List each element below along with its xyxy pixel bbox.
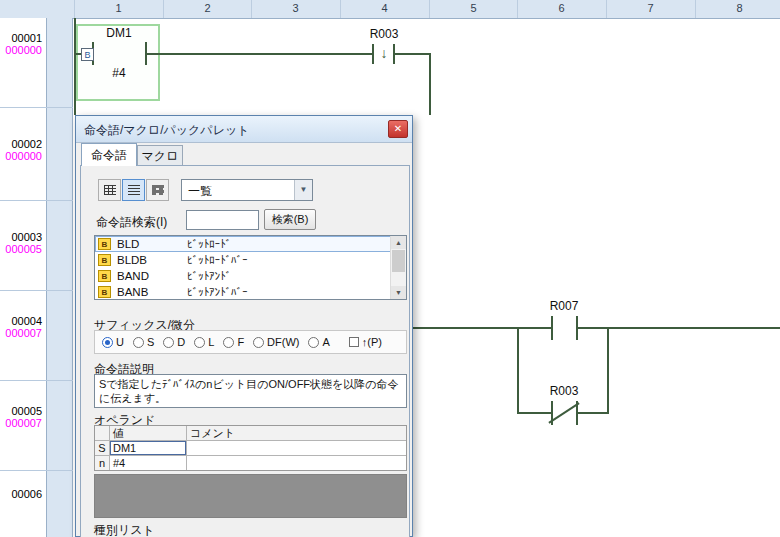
close-icon[interactable]: ✕	[388, 120, 408, 138]
radio-icon	[133, 337, 144, 348]
ruler-col-6: 6	[517, 2, 606, 14]
dialog-title: 命令語/マクロ/パックパレット	[84, 122, 249, 139]
instruction-item-band[interactable]: B BAND ﾋﾞｯﾄｱﾝﾄﾞ	[95, 268, 406, 284]
view-icons-button[interactable]	[146, 179, 169, 201]
instruction-desc: ﾋﾞｯﾄｱﾝﾄﾞﾊﾞｰ	[187, 286, 248, 298]
wire	[578, 412, 609, 414]
rung-line-number: 00003	[0, 231, 42, 243]
radio-icon	[308, 337, 319, 348]
rung-step-number: 000007	[0, 417, 42, 429]
rung-step-number: 000000	[0, 44, 42, 56]
contact-label: R003	[370, 27, 399, 41]
column-ruler: 1 2 3 4 5 6 7 8	[0, 0, 780, 19]
rung-header-2[interactable]: 00002 000000	[0, 138, 42, 162]
checkbox-pulse[interactable]: ↑(P)	[349, 336, 382, 348]
tab-macro[interactable]: マクロ	[137, 145, 183, 166]
contact-label: R003	[550, 384, 579, 398]
ruler-col-8: 8	[695, 2, 780, 14]
instruction-search-input[interactable]	[186, 210, 259, 230]
scrollbar-thumb[interactable]	[392, 250, 405, 272]
wire-branch-down	[429, 53, 431, 115]
operand-value-cell[interactable]: #4	[110, 456, 186, 470]
instruction-description-text: Sで指定したﾃﾞﾊﾞｲｽのnビット目のON/OFF状態を以降の命令に伝えます。	[94, 374, 407, 408]
falling-edge-arrow-icon: ↓	[381, 46, 388, 60]
suffix-options-box: U S D L F DF(W)	[94, 330, 407, 354]
operand-row-key: S	[95, 441, 109, 455]
radio-suffix-s[interactable]: S	[133, 336, 154, 348]
ruler-col-2: 2	[163, 2, 252, 14]
instruction-name: BAND	[117, 270, 187, 282]
scroll-down-icon[interactable]: ▼	[391, 286, 406, 299]
instruction-item-bld[interactable]: B BLD ﾋﾞｯﾄﾛｰﾄﾞ	[95, 236, 406, 252]
instruction-name: BANB	[117, 286, 187, 298]
search-button[interactable]: 検索(B)	[264, 209, 316, 230]
row-number-panel	[0, 18, 46, 537]
radio-suffix-dfw[interactable]: DF(W)	[253, 336, 299, 348]
radio-suffix-a[interactable]: A	[308, 336, 329, 348]
radio-suffix-d[interactable]: D	[163, 336, 185, 348]
detail-view-icon	[104, 185, 116, 195]
rung-line-number: 00006	[0, 488, 42, 500]
bit-instruction-icon: B	[98, 254, 111, 266]
wire	[147, 53, 372, 55]
ruler-col-3: 3	[251, 2, 340, 14]
instruction-desc: ﾋﾞｯﾄﾛｰﾄﾞﾊﾞｰ	[187, 254, 248, 266]
operand-comment-cell[interactable]	[187, 456, 406, 470]
icons-view-icon	[152, 185, 164, 195]
operand-header-value: 値	[110, 426, 186, 440]
category-dropdown[interactable]: 一覧 ▼	[181, 179, 313, 201]
rung-step-number: 000005	[0, 243, 42, 255]
rung-line-number: 00005	[0, 405, 42, 417]
tab-instruction[interactable]: 命令語	[81, 143, 137, 166]
instruction-list: B BLD ﾋﾞｯﾄﾛｰﾄﾞ B BLDB ﾋﾞｯﾄﾛｰﾄﾞﾊﾞｰ B BAND…	[94, 235, 407, 300]
rung-line-number: 00004	[0, 315, 42, 327]
instruction-palette-dialog: 命令語/マクロ/パックパレット ✕ 命令語 マクロ 一覧 ▼ 命令語検索(I) …	[75, 115, 413, 537]
rung-header-1[interactable]: 00001 000000	[0, 32, 42, 56]
radio-icon	[223, 337, 234, 348]
checkbox-icon	[349, 337, 359, 347]
scroll-up-icon[interactable]: ▲	[391, 236, 406, 249]
contact-bar	[372, 44, 374, 64]
ruler-col-1: 1	[74, 2, 163, 14]
rung-line-number: 00002	[0, 138, 42, 150]
instruction-name: BLDB	[117, 254, 187, 266]
operand-row-key: n	[95, 456, 109, 470]
list-scrollbar[interactable]: ▲ ▼	[390, 236, 406, 299]
row-separator	[0, 200, 73, 201]
radio-suffix-u[interactable]: U	[102, 336, 124, 348]
wire	[413, 327, 551, 329]
dialog-title-bar[interactable]: 命令語/マクロ/パックパレット ✕	[76, 116, 412, 143]
radio-icon	[253, 337, 264, 348]
instruction-item-bldb[interactable]: B BLDB ﾋﾞｯﾄﾛｰﾄﾞﾊﾞｰ	[95, 252, 406, 268]
contact-operand: #4	[112, 66, 125, 80]
wire-branch-left	[517, 327, 519, 414]
wire-branch-right	[607, 327, 609, 414]
operand-table: 値 コメント S DM1 n #4	[94, 425, 407, 471]
row-separator	[0, 290, 73, 291]
ruler-col-4: 4	[340, 2, 429, 14]
ruler-col-7: 7	[606, 2, 695, 14]
radio-icon	[163, 337, 174, 348]
radio-label: S	[147, 336, 154, 348]
radio-label: A	[322, 336, 329, 348]
view-list-button[interactable]	[122, 179, 145, 201]
operand-value-cell[interactable]: DM1	[110, 441, 186, 455]
type-list-label: 種別リスト	[94, 522, 155, 537]
radio-suffix-f[interactable]: F	[223, 336, 244, 348]
operand-comment-cell[interactable]	[187, 441, 406, 455]
search-label: 命令語検索(I)	[96, 214, 167, 231]
instruction-item-banb[interactable]: B BANB ﾋﾞｯﾄｱﾝﾄﾞﾊﾞｰ	[95, 284, 406, 300]
rung-header-6[interactable]: 00006	[0, 488, 42, 500]
ruler-col-5: 5	[429, 2, 518, 14]
instruction-desc: ﾋﾞｯﾄﾛｰﾄﾞ	[187, 238, 231, 250]
rung-header-4[interactable]: 00004 000007	[0, 315, 42, 339]
ladder-editor-screen: 1 2 3 4 5 6 7 8 00001 000000 00002 00000…	[0, 0, 780, 537]
radio-suffix-l[interactable]: L	[194, 336, 214, 348]
radio-label: U	[116, 336, 124, 348]
view-detail-button[interactable]	[98, 179, 121, 201]
operand-header-blank	[95, 426, 109, 440]
rung-header-5[interactable]: 00005 000007	[0, 405, 42, 429]
radio-label: DF(W)	[267, 336, 299, 348]
list-view-icon	[128, 185, 140, 195]
rung-header-3[interactable]: 00003 000005	[0, 231, 42, 255]
